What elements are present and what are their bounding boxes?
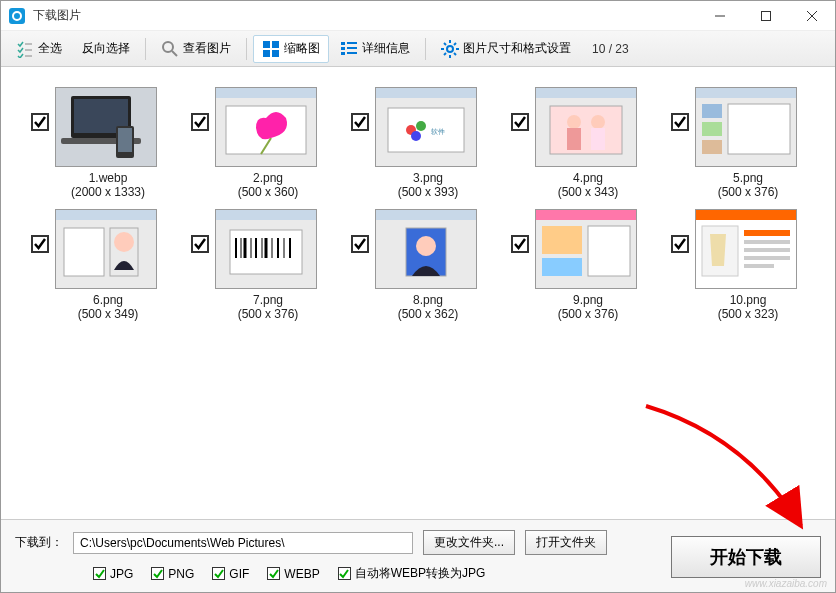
close-button[interactable] xyxy=(789,1,835,31)
svg-line-8 xyxy=(172,51,177,56)
gear-icon xyxy=(441,40,459,58)
thumbnail-grid: 1.webp(2000 x 1333)2.png(500 x 360)软件3.p… xyxy=(1,67,835,341)
thumbnail-image[interactable] xyxy=(55,87,157,167)
svg-rect-33 xyxy=(118,128,132,152)
window-title: 下载图片 xyxy=(33,7,81,24)
bottom-panel: 下载到： 更改文件夹... 打开文件夹 JPG PNG GIF WEBP 自动将… xyxy=(1,519,835,592)
watermark: www.xiazaiba.com xyxy=(745,578,827,589)
thumbnail-item[interactable]: 5.png(500 x 376) xyxy=(671,87,801,199)
svg-rect-15 xyxy=(341,52,345,55)
svg-rect-91 xyxy=(744,248,790,252)
svg-point-42 xyxy=(416,121,426,131)
settings-label: 图片尺寸和格式设置 xyxy=(463,40,571,57)
detail-label: 详细信息 xyxy=(362,40,410,57)
thumbnail-checkbox[interactable] xyxy=(511,235,529,253)
svg-rect-10 xyxy=(272,41,279,48)
svg-rect-53 xyxy=(696,88,796,98)
file-name: 9.png xyxy=(535,293,641,307)
thumbnail-image[interactable] xyxy=(55,209,157,289)
svg-rect-90 xyxy=(744,240,790,244)
svg-point-43 xyxy=(411,131,421,141)
grid-icon xyxy=(262,40,280,58)
thumbnail-checkbox[interactable] xyxy=(191,113,209,131)
select-all-label: 全选 xyxy=(38,40,62,57)
svg-point-50 xyxy=(591,115,605,129)
thumbnail-checkbox[interactable] xyxy=(511,113,529,131)
thumbnail-checkbox[interactable] xyxy=(351,113,369,131)
svg-line-24 xyxy=(444,43,446,45)
thumbnail-item[interactable]: 8.png(500 x 362) xyxy=(351,209,481,321)
image-dimensions: (500 x 343) xyxy=(535,185,641,199)
view-image-button[interactable]: 查看图片 xyxy=(152,35,240,63)
image-dimensions: (500 x 376) xyxy=(535,307,641,321)
file-name: 3.png xyxy=(375,171,481,185)
separator xyxy=(246,38,247,60)
thumbnail-image[interactable] xyxy=(695,209,797,289)
app-icon xyxy=(9,8,25,24)
svg-rect-89 xyxy=(744,230,790,236)
invert-select-button[interactable]: 反向选择 xyxy=(73,35,139,62)
svg-rect-64 xyxy=(216,210,316,220)
file-name: 6.png xyxy=(55,293,161,307)
thumbnail-item[interactable]: 2.png(500 x 360) xyxy=(191,87,321,199)
thumbnail-checkbox[interactable] xyxy=(191,235,209,253)
detail-view-button[interactable]: 详细信息 xyxy=(331,35,419,63)
thumbnail-item[interactable]: 9.png(500 x 376) xyxy=(511,209,641,321)
image-dimensions: (500 x 349) xyxy=(55,307,161,321)
format-webp-checkbox[interactable]: WEBP xyxy=(267,567,319,581)
svg-rect-87 xyxy=(696,210,796,220)
svg-rect-56 xyxy=(702,140,722,154)
auto-convert-checkbox[interactable]: 自动将WEBP转换为JPG xyxy=(338,565,486,582)
image-dimensions: (500 x 362) xyxy=(375,307,481,321)
format-png-checkbox[interactable]: PNG xyxy=(151,567,194,581)
thumbnail-item[interactable]: 6.png(500 x 349) xyxy=(31,209,161,321)
maximize-button[interactable] xyxy=(743,1,789,31)
thumbnail-image[interactable] xyxy=(215,87,317,167)
save-to-label: 下载到： xyxy=(15,534,63,551)
svg-line-25 xyxy=(454,53,456,55)
file-name: 5.png xyxy=(695,171,801,185)
format-jpg-checkbox[interactable]: JPG xyxy=(93,567,133,581)
start-download-button[interactable]: 开始下载 xyxy=(671,536,821,578)
thumbnail-checkbox[interactable] xyxy=(671,235,689,253)
thumbnail-image[interactable] xyxy=(695,87,797,167)
svg-rect-54 xyxy=(702,104,722,118)
checklist-icon xyxy=(16,40,34,58)
select-all-button[interactable]: 全选 xyxy=(7,35,71,63)
svg-point-61 xyxy=(114,232,134,252)
minimize-button[interactable] xyxy=(697,1,743,31)
thumbnail-item[interactable]: 7.png(500 x 376) xyxy=(191,209,321,321)
svg-line-26 xyxy=(444,53,446,55)
file-name: 10.png xyxy=(695,293,801,307)
svg-point-48 xyxy=(567,115,581,129)
thumbnail-item[interactable]: 1.webp(2000 x 1333) xyxy=(31,87,161,199)
settings-button[interactable]: 图片尺寸和格式设置 xyxy=(432,35,580,63)
thumbnail-item[interactable]: 10.png(500 x 323) xyxy=(671,209,801,321)
svg-rect-11 xyxy=(263,50,270,57)
thumbnail-checkbox[interactable] xyxy=(671,113,689,131)
image-dimensions: (500 x 323) xyxy=(695,307,801,321)
thumbnail-image[interactable] xyxy=(535,209,637,289)
format-gif-checkbox[interactable]: GIF xyxy=(212,567,249,581)
thumbnail-item[interactable]: 4.png(500 x 343) xyxy=(511,87,641,199)
svg-point-19 xyxy=(447,46,453,52)
file-name: 2.png xyxy=(215,171,321,185)
thumbnail-checkbox[interactable] xyxy=(351,235,369,253)
thumbnail-checkbox[interactable] xyxy=(31,235,49,253)
thumbnail-image[interactable] xyxy=(215,209,317,289)
thumbnail-image[interactable] xyxy=(375,209,477,289)
svg-rect-82 xyxy=(536,210,636,220)
open-folder-button[interactable]: 打开文件夹 xyxy=(525,530,607,555)
thumbnail-image[interactable]: 软件 xyxy=(375,87,477,167)
thumbnail-view-button[interactable]: 缩略图 xyxy=(253,35,329,63)
separator xyxy=(145,38,146,60)
svg-line-27 xyxy=(454,43,456,45)
thumbnail-checkbox[interactable] xyxy=(31,113,49,131)
change-folder-button[interactable]: 更改文件夹... xyxy=(423,530,515,555)
svg-point-80 xyxy=(416,236,436,256)
svg-rect-39 xyxy=(376,88,476,98)
svg-rect-93 xyxy=(744,264,774,268)
thumbnail-item[interactable]: 软件3.png(500 x 393) xyxy=(351,87,481,199)
path-input[interactable] xyxy=(73,532,413,554)
thumbnail-image[interactable] xyxy=(535,87,637,167)
